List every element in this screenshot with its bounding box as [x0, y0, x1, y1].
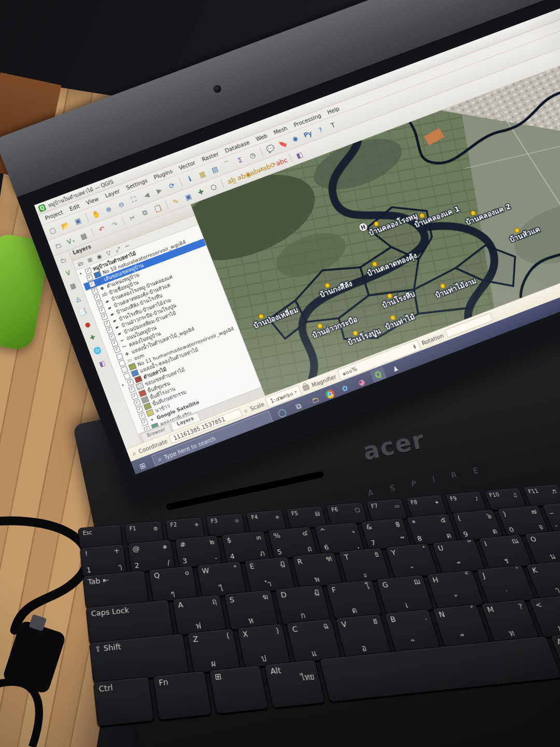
layers-tool-5-icon[interactable]: −: [122, 241, 132, 251]
expand-icon[interactable]: ▾: [121, 382, 127, 388]
scale-lock-icon[interactable]: [302, 384, 310, 391]
media-app-icon[interactable]: ◕: [354, 376, 369, 388]
redo-icon[interactable]: ↷: [106, 217, 122, 232]
key-label: ฺ: [425, 612, 427, 620]
key-fn[interactable]: Fn: [153, 671, 212, 721]
key-label: ็: [469, 573, 471, 580]
key-label: B: [389, 615, 397, 624]
key-x[interactable]: X)ป: [237, 624, 291, 669]
toolbar-separator: [91, 228, 94, 237]
file-explorer-icon[interactable]: 🗀: [308, 393, 323, 406]
key-label: ห: [247, 616, 254, 625]
key-label: *: [411, 519, 417, 527]
data-source-manager-icon[interactable]: 🗀: [56, 253, 71, 267]
layers-tool-2-icon[interactable]: ◉: [94, 252, 105, 261]
style-manager-icon[interactable]: ◧: [95, 356, 109, 370]
layers-tool-0-icon[interactable]: 🗁: [76, 259, 86, 268]
key-label: Caps Lock: [91, 606, 130, 618]
add-wms-layer-icon[interactable]: 🌐: [90, 343, 105, 357]
key-b[interactable]: Bฺิ: [384, 608, 441, 653]
key-label: ุ: [357, 541, 359, 548]
extent-icon[interactable]: ⌗: [243, 407, 249, 414]
key-label: F: [331, 586, 337, 594]
key-label: E: [249, 562, 255, 571]
task-view-icon[interactable]: ⧉: [291, 399, 306, 412]
toolbar-separator: [179, 177, 183, 186]
key-label: ต: [491, 528, 498, 535]
key-label: S: [229, 596, 235, 605]
key-label: ฑ: [325, 555, 333, 563]
key-ctrl[interactable]: Ctrl: [93, 676, 155, 727]
qgis-logo-icon: Q: [38, 203, 47, 212]
key-label: /: [166, 559, 170, 567]
add-vector-layer-icon[interactable]: V: [61, 266, 75, 280]
key-i[interactable]: Iณร: [478, 534, 533, 570]
refresh-icon[interactable]: ⟳: [164, 178, 179, 193]
key-label: ธ: [373, 550, 380, 559]
key-label: ู: [353, 525, 355, 533]
key-label: 7: [370, 539, 376, 547]
key-label: ผ: [211, 659, 217, 669]
key-label: ณ: [510, 537, 520, 545]
key-label: R: [297, 558, 303, 566]
key-z[interactable]: Z(ผ: [187, 628, 241, 673]
key-label: ม: [556, 624, 560, 633]
expand-icon[interactable]: ▾: [79, 270, 85, 276]
key-label: ร: [503, 557, 510, 565]
key-label: Esc: [82, 530, 92, 536]
key-label: ": [233, 564, 237, 572]
key-label: ด: [351, 606, 358, 615]
key-label: อ: [361, 644, 368, 653]
key-label: ๋: [519, 568, 522, 576]
key-label: Alt: [270, 666, 282, 676]
key-j[interactable]: J๋่: [476, 565, 535, 605]
paste-features-icon[interactable]: 📋: [150, 200, 166, 215]
key-label: ฎ: [279, 559, 286, 568]
layers-tool-4-icon[interactable]: ⤢: [113, 245, 123, 254]
layer-styling-icon[interactable]: ◧: [291, 147, 307, 162]
key-label: ี: [460, 561, 463, 569]
add-delimited-text-icon[interactable]: 📑: [76, 305, 90, 319]
locator-search-icon[interactable]: ⌕: [131, 449, 137, 458]
add-point-layer-icon[interactable]: ●: [80, 317, 95, 331]
key-label: !: [85, 550, 88, 558]
layers-tool-1-icon[interactable]: ⊞: [85, 255, 95, 265]
key-label: ้: [457, 596, 460, 604]
key-label: ิ: [415, 639, 417, 647]
add-raster-layer-icon[interactable]: ▩: [76, 228, 91, 243]
key-label: Y: [390, 549, 397, 557]
key-label: แ: [311, 649, 318, 658]
key-label: ึ: [404, 536, 407, 544]
key-h[interactable]: H็้: [426, 570, 485, 610]
toolbar-separator: [121, 216, 125, 225]
key-label: ♬: [551, 489, 558, 494]
key-⊞[interactable]: ⊞: [208, 665, 269, 714]
qgis-taskbar-icon[interactable]: Q: [370, 367, 388, 385]
new-shapefile-icon[interactable]: ✚: [85, 330, 100, 344]
key-label: 0: [508, 526, 515, 534]
key-c[interactable]: Cฉแ: [286, 618, 342, 663]
add-mesh-layer-icon[interactable]: ◬: [71, 292, 85, 306]
key-n[interactable]: N์ื: [432, 604, 491, 648]
key-v[interactable]: Vฮอ: [335, 614, 391, 658]
key-label: ☀: [274, 514, 281, 520]
toolbar-separator: [289, 154, 293, 162]
photos-app-icon[interactable]: ✿: [337, 382, 352, 395]
layers-tool-3-icon[interactable]: ▽: [103, 248, 114, 257]
key-label: T: [343, 554, 350, 562]
key-label: 5: [276, 548, 283, 556]
key-label: F11: [527, 488, 539, 494]
key-label: ั: [413, 566, 416, 574]
chrome-icon[interactable]: [325, 389, 335, 399]
cortana-icon[interactable]: ◯: [274, 406, 289, 419]
key-label: <: [534, 601, 543, 610]
key-label: ✦: [433, 500, 440, 506]
key-label: F3: [211, 518, 218, 524]
start-button[interactable]: ⊞: [135, 460, 150, 472]
save-project-icon[interactable]: ▣: [70, 213, 86, 228]
person-app-icon[interactable]: ♟: [388, 363, 403, 375]
key-label: เ: [404, 601, 409, 610]
key-m[interactable]: M?ท: [481, 599, 540, 643]
key-alt[interactable]: Altไทย: [264, 659, 325, 708]
add-raster-layer-icon[interactable]: ▩: [66, 279, 80, 293]
